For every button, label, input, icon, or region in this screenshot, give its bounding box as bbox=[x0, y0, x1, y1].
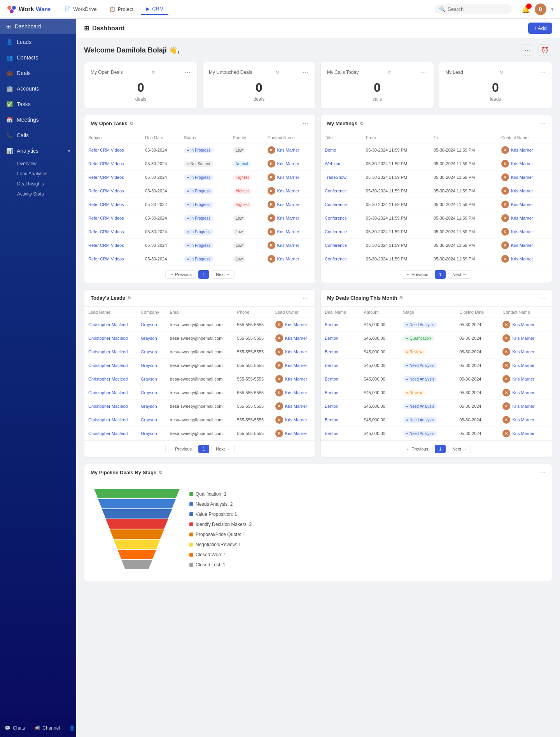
task-subject[interactable]: Refer CRM Videos bbox=[84, 239, 141, 252]
lead-phone: 555-555-5555 bbox=[233, 372, 271, 386]
lead-name[interactable]: Christopher Macleod bbox=[84, 332, 137, 345]
tasks-prev-btn[interactable]: ← Previous bbox=[165, 270, 196, 279]
sidebar-item-meetings[interactable]: 📅 Meetings bbox=[0, 112, 76, 127]
sidebar-bottom-contacts[interactable]: 👤 Contacts bbox=[65, 722, 76, 734]
open-deals-menu-icon[interactable]: ⋯ bbox=[184, 68, 191, 76]
deal-contact: KKris Marner bbox=[499, 400, 552, 413]
nav-workdrive[interactable]: 📄 WorkDrive bbox=[60, 3, 101, 15]
task-subject[interactable]: Refer CRM Videos bbox=[84, 171, 141, 184]
tasks-refresh-icon[interactable]: ↻ bbox=[130, 121, 133, 126]
search-input[interactable] bbox=[448, 6, 494, 12]
meeting-title[interactable]: Demo bbox=[321, 143, 362, 157]
task-subject[interactable]: Refer CRM Videos bbox=[84, 225, 141, 239]
task-subject[interactable]: Refer CRM Videos bbox=[84, 252, 141, 266]
meeting-title[interactable]: Conference bbox=[321, 184, 362, 198]
deal-name[interactable]: Benton bbox=[321, 332, 360, 345]
sidebar-bottom-chats[interactable]: 💬 Chats bbox=[0, 722, 30, 734]
nav-crm[interactable]: ▶ CRM bbox=[141, 3, 168, 15]
lead-name[interactable]: Christopher Macleod bbox=[84, 386, 137, 400]
meetings-page-1-btn[interactable]: 1 bbox=[435, 270, 446, 279]
meetings-menu-icon[interactable]: ⋯ bbox=[539, 120, 546, 127]
refresh-icon-3[interactable]: ↻ bbox=[388, 70, 392, 75]
leads-refresh-icon[interactable]: ↻ bbox=[128, 295, 131, 301]
task-subject[interactable]: Refer CRM Videos bbox=[84, 211, 141, 225]
lead-name[interactable]: Christopher Macleod bbox=[84, 427, 137, 440]
calls-menu-icon[interactable]: ⋯ bbox=[421, 68, 427, 76]
task-subject[interactable]: Refer CRM Videos bbox=[84, 157, 141, 171]
meeting-title[interactable]: Conference bbox=[321, 239, 362, 252]
deals-prev-btn[interactable]: ← Previous bbox=[402, 445, 432, 453]
meeting-title[interactable]: Conference bbox=[321, 252, 362, 266]
chevron-down-icon[interactable]: ▾ bbox=[551, 6, 554, 12]
add-button[interactable]: + Add bbox=[528, 23, 552, 34]
sidebar-item-analytics[interactable]: 📊 Analytics ▾ bbox=[0, 143, 76, 159]
lead-name[interactable]: Christopher Macleod bbox=[84, 372, 137, 386]
task-subject[interactable]: Refer CRM Videos bbox=[84, 143, 141, 157]
deal-name[interactable]: Benton bbox=[321, 372, 360, 386]
lead-name[interactable]: Christopher Macleod bbox=[84, 318, 137, 332]
task-subject[interactable]: Refer CRM Videos bbox=[84, 198, 141, 211]
deal-amount: $45,000.00 bbox=[360, 400, 399, 413]
meeting-title[interactable]: Webinar bbox=[321, 157, 362, 171]
deal-stage: Review bbox=[399, 345, 455, 359]
sidebar-sub-lead-analytics[interactable]: Lead Analytics bbox=[0, 169, 76, 179]
refresh-icon-4[interactable]: ↻ bbox=[499, 70, 503, 75]
table-row: Conference 05-30-2024 11:59 PM 05-30-202… bbox=[321, 252, 552, 266]
notification-icon[interactable]: 🔔 bbox=[522, 5, 530, 14]
nav-project[interactable]: 📋 Project bbox=[105, 3, 138, 15]
sidebar-bottom-channel[interactable]: 📢 Channel bbox=[30, 722, 65, 734]
avatar[interactable]: D bbox=[535, 3, 546, 15]
meeting-title[interactable]: TradeShow bbox=[321, 171, 362, 184]
sidebar-item-tasks[interactable]: ✅ Tasks bbox=[0, 96, 76, 112]
deal-name[interactable]: Benton bbox=[321, 359, 360, 372]
lead-name[interactable]: Christopher Macleod bbox=[84, 400, 137, 413]
deal-name[interactable]: Benton bbox=[321, 386, 360, 400]
leads-prev-btn[interactable]: ← Previous bbox=[165, 445, 196, 453]
task-subject[interactable]: Refer CRM Videos bbox=[84, 184, 141, 198]
tasks-next-btn[interactable]: Next → bbox=[212, 270, 234, 279]
sidebar-sub-deal-insights[interactable]: Deal Insights bbox=[0, 179, 76, 189]
sidebar-item-accounts[interactable]: 🏢 Accounts bbox=[0, 81, 76, 96]
leads-page-1-btn[interactable]: 1 bbox=[198, 445, 209, 453]
meetings-next-btn[interactable]: Next → bbox=[448, 270, 471, 279]
sidebar-item-deals[interactable]: 💼 Deals bbox=[0, 65, 76, 81]
refresh-icon[interactable]: ↻ bbox=[152, 70, 156, 75]
pipeline-refresh-icon[interactable]: ↻ bbox=[159, 470, 163, 475]
deal-name[interactable]: Benton bbox=[321, 345, 360, 359]
sidebar-item-leads[interactable]: 👤 Leads bbox=[0, 34, 76, 50]
clock-button[interactable]: ⏰ bbox=[537, 44, 552, 56]
deals-page-1-btn[interactable]: 1 bbox=[435, 445, 446, 453]
more-options-button[interactable]: ⋯ bbox=[521, 44, 534, 56]
lead-name[interactable]: Christopher Macleod bbox=[84, 413, 137, 427]
deal-name[interactable]: Benton bbox=[321, 413, 360, 427]
deal-name[interactable]: Benton bbox=[321, 427, 360, 440]
tasks-page-1-btn[interactable]: 1 bbox=[198, 270, 209, 279]
meetings-prev-btn[interactable]: ← Previous bbox=[402, 270, 432, 279]
lead-name[interactable]: Christopher Macleod bbox=[84, 345, 137, 359]
meeting-title[interactable]: Conference bbox=[321, 198, 362, 211]
lead-phone: 555-555-5555 bbox=[233, 345, 271, 359]
sidebar-item-contacts[interactable]: 👥 Contacts bbox=[0, 50, 76, 65]
sidebar-sub-overview[interactable]: Overview bbox=[0, 159, 76, 169]
nav-right: 🔔 D ▾ bbox=[522, 3, 554, 15]
untouched-menu-icon[interactable]: ⋯ bbox=[303, 68, 309, 76]
sidebar-item-calls[interactable]: 📞 Calls bbox=[0, 127, 76, 143]
sidebar-item-dashboard[interactable]: ⊞ Dashboard bbox=[0, 19, 76, 34]
deals-menu-icon[interactable]: ⋯ bbox=[539, 294, 546, 302]
leads-next-btn[interactable]: Next → bbox=[212, 445, 234, 453]
refresh-icon-2[interactable]: ↻ bbox=[275, 70, 279, 75]
tasks-menu-icon[interactable]: ⋯ bbox=[303, 120, 309, 127]
deal-name[interactable]: Benton bbox=[321, 318, 360, 332]
lead-menu-icon[interactable]: ⋯ bbox=[539, 68, 546, 76]
deals-refresh-icon[interactable]: ↻ bbox=[400, 295, 404, 301]
leads-menu-icon[interactable]: ⋯ bbox=[303, 294, 309, 302]
deal-name[interactable]: Benton bbox=[321, 400, 360, 413]
meeting-title[interactable]: Conference bbox=[321, 211, 362, 225]
pipeline-menu-icon[interactable]: ⋯ bbox=[539, 469, 546, 476]
lead-name[interactable]: Christopher Macleod bbox=[84, 359, 137, 372]
meetings-refresh-icon[interactable]: ↻ bbox=[360, 121, 364, 126]
sidebar-sub-activity-stats[interactable]: Activity Stats bbox=[0, 189, 76, 199]
meeting-title[interactable]: Conference bbox=[321, 225, 362, 239]
deals-next-btn[interactable]: Next → bbox=[448, 445, 471, 453]
logo[interactable]: WorkWare bbox=[6, 4, 51, 15]
